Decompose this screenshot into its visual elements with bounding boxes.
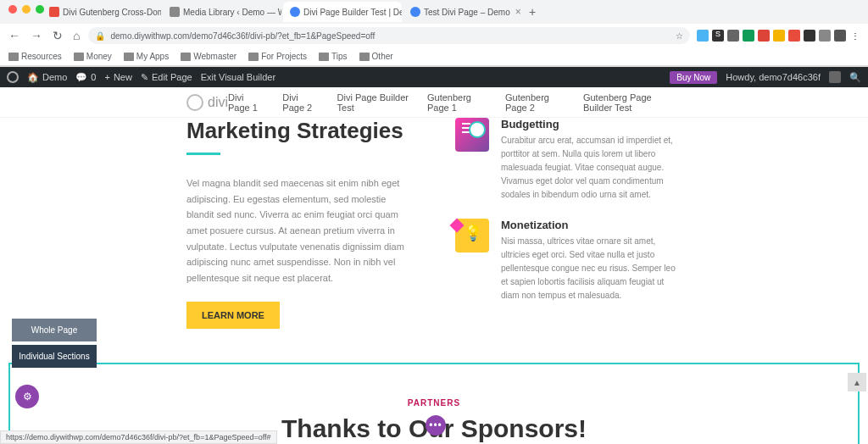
bookmarks-bar: Resources Money My Apps Webmaster For Pr… xyxy=(0,47,868,66)
wp-logo-icon[interactable] xyxy=(7,71,19,83)
bookmark-label: My Apps xyxy=(136,52,169,61)
wp-exit-builder[interactable]: Exit Visual Builder xyxy=(201,72,275,82)
home-button[interactable]: ⌂ xyxy=(71,27,81,44)
ext-icon[interactable] xyxy=(758,30,770,42)
divi-logo-text: divi xyxy=(208,95,228,110)
nav-item[interactable]: Divi Page 2 xyxy=(282,92,321,113)
ext-icon[interactable] xyxy=(697,30,709,42)
learn-more-button[interactable]: LEARN MORE xyxy=(186,302,280,329)
star-icon[interactable]: ☆ xyxy=(676,31,683,41)
browser-toolbar: ← → ↻ ⌂ 🔒 demo.diywithwp.com/demo7d46c36… xyxy=(0,24,868,47)
tab-label: Test Divi Page – Demo xyxy=(424,8,510,17)
tab-close-icon[interactable]: × xyxy=(515,6,521,18)
menu-icon[interactable]: ⋮ xyxy=(849,30,861,42)
browser-tab-active[interactable]: Divi Page Builder Test | Demo× xyxy=(283,2,402,22)
nav-item[interactable]: Gutenberg Page 1 xyxy=(427,92,490,113)
browser-tab[interactable]: Divi Gutenberg Cross-Domain× xyxy=(42,2,161,22)
window-controls xyxy=(0,0,53,19)
wp-edit-page[interactable]: ✎ Edit Page xyxy=(141,72,192,83)
bookmark-folder[interactable]: Other xyxy=(359,52,393,61)
bookmark-label: Resources xyxy=(21,52,62,61)
nav-item[interactable]: Gutenberg Page 2 xyxy=(505,92,568,113)
nav-item[interactable]: Divi Page Builder Test xyxy=(337,92,412,113)
bookmark-folder[interactable]: My Apps xyxy=(124,52,169,61)
ext-icon[interactable] xyxy=(773,30,785,42)
wp-new-label: New xyxy=(114,72,132,82)
feature-text: Nisi massa, ultrices vitae ornare sit am… xyxy=(501,235,682,302)
feature-title: Budgetting xyxy=(501,118,682,130)
bookmark-label: Tips xyxy=(331,52,348,61)
folder-icon xyxy=(319,53,329,61)
ext-icon[interactable] xyxy=(819,30,831,42)
nav-menu: Divi Page 1 Divi Page 2 Divi Page Builde… xyxy=(228,92,682,113)
folder-icon xyxy=(8,53,19,61)
individual-sections-button[interactable]: Individual Sections xyxy=(12,345,97,368)
url-text: demo.diywithwp.com/demo7d46c36f/divi-pb/… xyxy=(110,31,670,41)
budget-icon xyxy=(455,118,489,152)
wireframe-controls: Whole Page Individual Sections xyxy=(12,319,97,371)
bookmark-folder[interactable]: Webmaster xyxy=(181,52,236,61)
hero-section: Marketing Strategies Vel magna blandit s… xyxy=(0,118,868,346)
bookmark-label: Money xyxy=(86,52,112,61)
divi-logo[interactable]: divi xyxy=(186,94,228,111)
feature-text: Curabitur arcu erat, accumsan id imperdi… xyxy=(501,134,682,202)
bookmark-folder[interactable]: Tips xyxy=(319,52,348,61)
folder-icon xyxy=(124,53,134,61)
extension-icons: S ⋮ xyxy=(697,30,861,42)
forward-button[interactable]: → xyxy=(29,27,44,44)
tab-label: Divi Page Builder Test | Demo xyxy=(303,8,402,17)
folder-icon xyxy=(181,53,191,61)
wp-edit-label: Edit Page xyxy=(152,72,192,82)
lock-icon: 🔒 xyxy=(95,31,105,41)
buy-now-button[interactable]: Buy Now xyxy=(670,71,717,84)
wp-new[interactable]: + New xyxy=(104,72,131,82)
divi-settings-button[interactable]: ⚙ xyxy=(15,385,39,408)
tab-favicon xyxy=(410,7,420,17)
browser-tab[interactable]: Media Library ‹ Demo — Word× xyxy=(163,2,281,22)
browser-tab[interactable]: Test Divi Page – Demo× xyxy=(403,2,522,22)
feature-budgetting: Budgetting Curabitur arcu erat, accumsan… xyxy=(455,118,682,202)
hero-title: Marketing Strategies xyxy=(186,118,413,144)
divi-logo-icon xyxy=(186,94,203,111)
ext-icon[interactable] xyxy=(834,30,846,42)
minimize-window[interactable] xyxy=(22,5,31,14)
bookmark-label: Webmaster xyxy=(193,52,236,61)
close-window[interactable] xyxy=(8,5,17,14)
wp-howdy[interactable]: Howdy, demo7d46c36f xyxy=(726,72,821,82)
new-tab-button[interactable]: + xyxy=(524,5,541,19)
accent-line xyxy=(186,153,220,155)
nav-item[interactable]: Gutenberg Page Builder Test xyxy=(583,92,682,113)
reload-button[interactable]: ↻ xyxy=(51,27,64,44)
avatar[interactable] xyxy=(829,71,841,83)
address-bar[interactable]: 🔒 demo.diywithwp.com/demo7d46c36f/divi-p… xyxy=(88,27,690,44)
nav-item[interactable]: Divi Page 1 xyxy=(228,92,267,113)
maximize-window[interactable] xyxy=(36,5,44,14)
tab-label: Divi Gutenberg Cross-Domain xyxy=(63,8,161,17)
back-button[interactable]: ← xyxy=(7,27,22,44)
site-nav: divi Divi Page 1 Divi Page 2 Divi Page B… xyxy=(0,87,868,118)
wp-comments-count: 0 xyxy=(91,72,96,82)
wp-site-name[interactable]: 🏠 Demo xyxy=(27,72,67,83)
ext-icon[interactable] xyxy=(804,30,815,42)
ext-icon[interactable]: S xyxy=(712,30,724,42)
bookmark-folder[interactable]: For Projects xyxy=(248,52,307,61)
feature-monetization: Monetization Nisi massa, ultrices vitae … xyxy=(455,219,682,302)
ext-icon[interactable] xyxy=(727,30,739,42)
partners-label: PARTNERS xyxy=(10,398,858,408)
bookmark-label: For Projects xyxy=(261,52,307,61)
bookmark-folder[interactable]: Resources xyxy=(8,52,62,61)
ext-icon[interactable] xyxy=(743,30,754,42)
whole-page-button[interactable]: Whole Page xyxy=(12,319,97,341)
bookmark-label: Other xyxy=(372,52,393,61)
divi-expand-button[interactable]: ••• xyxy=(426,415,446,436)
search-icon[interactable]: 🔍 xyxy=(849,71,861,83)
status-bar: https://demo.diywithwp.com/demo7d46c36f/… xyxy=(0,430,277,444)
scroll-top-button[interactable]: ▲ xyxy=(848,373,866,391)
ext-icon[interactable] xyxy=(788,30,800,42)
wp-site-label: Demo xyxy=(42,72,67,82)
folder-icon xyxy=(248,53,259,61)
bookmark-folder[interactable]: Money xyxy=(74,52,112,61)
wp-comments[interactable]: 💬 0 xyxy=(75,72,96,83)
feature-title: Monetization xyxy=(501,219,682,231)
browser-chrome: Divi Gutenberg Cross-Domain× Media Libra… xyxy=(0,0,868,67)
